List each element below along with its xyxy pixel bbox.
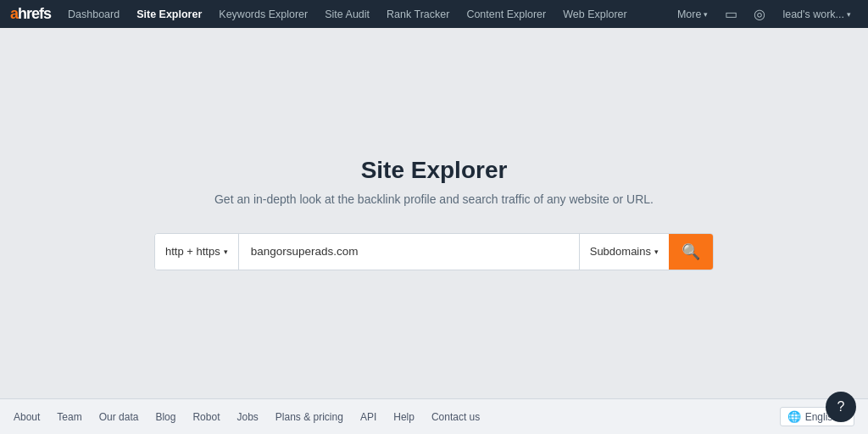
footer-help[interactable]: Help: [385, 411, 423, 423]
chat-button[interactable]: ?: [826, 392, 856, 422]
page-subtitle: Get an in-depth look at the backlink pro…: [214, 192, 654, 206]
chat-icon: ?: [837, 399, 845, 415]
nav-right-controls: More ▾ ▭ ◎ lead's work... ▾: [670, 0, 858, 28]
page-title: Site Explorer: [361, 157, 508, 184]
page-footer: About Team Our data Blog Robot Jobs Plan…: [0, 398, 868, 434]
nav-content-explorer[interactable]: Content Explorer: [459, 0, 553, 28]
mode-label: Subdomains: [590, 245, 651, 258]
footer-about[interactable]: About: [14, 411, 48, 423]
nav-dashboard[interactable]: Dashboard: [61, 0, 126, 28]
protocol-label: http + https: [165, 245, 220, 258]
footer-blog[interactable]: Blog: [147, 411, 184, 423]
footer-links: About Team Our data Blog Robot Jobs Plan…: [14, 411, 780, 423]
footer-our-data[interactable]: Our data: [91, 411, 147, 423]
footer-api[interactable]: API: [352, 411, 385, 423]
footer-team[interactable]: Team: [48, 411, 90, 423]
nav-web-explorer[interactable]: Web Explorer: [556, 0, 634, 28]
nav-keywords-explorer[interactable]: Keywords Explorer: [212, 0, 314, 28]
protocol-selector[interactable]: http + https ▾: [155, 234, 239, 270]
mode-selector[interactable]: Subdomains ▾: [579, 234, 669, 270]
footer-jobs[interactable]: Jobs: [228, 411, 266, 423]
desktop-icon[interactable]: ▭: [718, 0, 743, 28]
search-button[interactable]: 🔍: [669, 233, 713, 270]
mode-chevron-icon: ▾: [654, 248, 659, 256]
account-chevron-icon: ▾: [847, 10, 851, 19]
footer-robot[interactable]: Robot: [184, 411, 228, 423]
search-icon: 🔍: [682, 242, 700, 261]
account-menu[interactable]: lead's work... ▾: [776, 0, 858, 28]
footer-plans-pricing[interactable]: Plans & pricing: [267, 411, 352, 423]
search-bar: http + https ▾ Subdomains ▾ 🔍: [154, 233, 714, 270]
search-input[interactable]: [239, 234, 579, 270]
nav-more-button[interactable]: More ▾: [670, 0, 715, 28]
nav-site-explorer[interactable]: Site Explorer: [130, 0, 209, 28]
nav-site-audit[interactable]: Site Audit: [318, 0, 376, 28]
nav-rank-tracker[interactable]: Rank Tracker: [380, 0, 456, 28]
top-nav: ahrefs Dashboard Site Explorer Keywords …: [0, 0, 868, 28]
brand-logo[interactable]: ahrefs: [10, 5, 51, 23]
help-circle-icon[interactable]: ◎: [747, 0, 772, 28]
footer-contact[interactable]: Contact us: [423, 411, 488, 423]
more-chevron-icon: ▾: [704, 10, 708, 19]
main-content: Site Explorer Get an in-depth look at th…: [0, 28, 868, 398]
globe-icon: 🌐: [787, 410, 801, 423]
protocol-chevron-icon: ▾: [224, 248, 228, 256]
